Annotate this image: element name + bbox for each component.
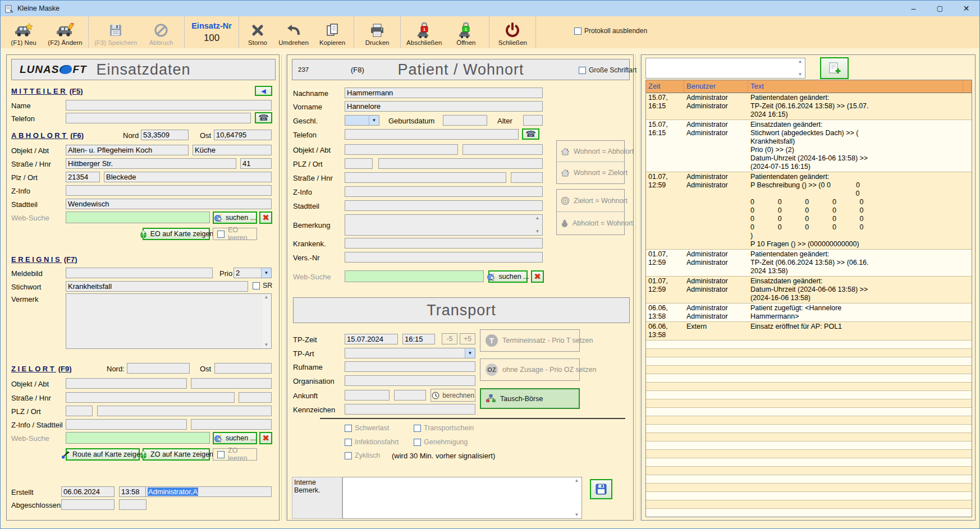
zielort-clear-button[interactable]: ✖ [259, 432, 272, 444]
erstellt-zeit-field[interactable]: 13:58 [119, 486, 146, 497]
kennzeichen-field[interactable] [345, 404, 475, 415]
table-row-empty[interactable] [646, 467, 972, 475]
table-row-empty[interactable] [646, 500, 972, 509]
zo-karte-button[interactable]: ZO auf Karte zeigen [143, 448, 210, 461]
panel-splitter[interactable] [635, 54, 640, 521]
scrollbar[interactable]: ▲▼ [262, 295, 271, 348]
abgeschlossen-zeit-field[interactable] [119, 499, 146, 510]
table-row-empty[interactable] [646, 416, 972, 425]
table-row-empty[interactable] [646, 450, 972, 458]
table-row[interactable]: 01.07, 12:59Administrator AdministratorP… [646, 250, 972, 277]
mitteiler-telefon-field[interactable] [66, 113, 251, 123]
patient-stadtteil-field[interactable] [345, 200, 543, 211]
patient-hnr-field[interactable] [511, 172, 543, 183]
scrollbar[interactable]: ▲▼ [796, 59, 804, 77]
drucken-button[interactable]: Drucken [356, 16, 398, 48]
abholort-zinfo-field[interactable] [66, 185, 272, 196]
zyklisch-checkbox[interactable]: Zyklisch [345, 452, 380, 459]
zielort-websuche-field[interactable] [66, 432, 210, 444]
wohnort-zielort-button[interactable]: Wohnort = Zielort [557, 162, 624, 183]
abholort-websuche-field[interactable] [66, 211, 210, 223]
table-row-empty[interactable] [646, 341, 972, 349]
abholort-suchen-button[interactable]: suchen ... [213, 211, 257, 224]
abholort-ort-field[interactable]: Bleckede [104, 172, 272, 182]
tpart-combo[interactable]: ▼ [345, 348, 475, 358]
table-row-empty[interactable] [646, 399, 972, 408]
protokoll-note-input[interactable]: ▲▼ [645, 58, 805, 79]
abholort-strasse-field[interactable]: Hittberger Str. [66, 158, 236, 169]
zielort-strasse-field[interactable] [66, 392, 235, 403]
sr-checkbox[interactable]: SR [253, 282, 272, 289]
abholort-wohnort-button[interactable]: Abholort = Wohnort [557, 212, 624, 234]
termineinsatz-button[interactable]: T Termineinsatz - Prio T setzen [480, 329, 580, 352]
table-row-empty[interactable] [646, 357, 972, 366]
prio-combo[interactable]: 2 ▼ [233, 268, 272, 278]
speichern-button[interactable]: (F3) Speichern [91, 16, 140, 48]
berechnen-button[interactable]: berechnen [431, 389, 475, 402]
patient-suchen-button[interactable]: suchen ... [488, 270, 528, 283]
umdrehen-button[interactable]: Umdrehen [274, 16, 313, 48]
scrollbar[interactable]: ▲▼ [533, 215, 542, 234]
zielort-ost-field[interactable] [214, 363, 272, 374]
table-row-empty[interactable] [646, 509, 972, 517]
dial-button[interactable]: ☎ [255, 112, 272, 123]
table-row-empty[interactable] [646, 433, 972, 441]
neu-button[interactable]: (F1) Neu [3, 16, 44, 48]
table-row-empty[interactable] [646, 484, 972, 492]
meldebild-field[interactable] [66, 268, 213, 278]
table-row-empty[interactable] [646, 475, 972, 484]
back-button[interactable]: ◀ [255, 86, 272, 96]
tausch-boerse-button[interactable]: Tausch-Börse [480, 388, 580, 409]
plus5-button[interactable]: +5 [460, 333, 475, 344]
eo-leeren-checkbox[interactable]: EO leeren [213, 228, 257, 240]
organisation-field[interactable] [345, 375, 475, 386]
bemerkung-textarea[interactable]: ▲▼ [345, 214, 543, 236]
ohne-zusage-button[interactable]: OZ ohne Zusage - Prio OZ setzen [480, 358, 580, 381]
zo-leeren-checkbox[interactable]: ZO leeren [213, 448, 257, 461]
mitteiler-name-field[interactable] [66, 100, 272, 111]
patient-abt-field[interactable] [462, 144, 543, 155]
abholort-abt-field[interactable]: Küche [193, 145, 272, 155]
eo-karte-button[interactable]: EO auf Karte zeigen [143, 228, 210, 240]
scrollbar[interactable]: ▲▼ [573, 478, 581, 518]
vorname-field[interactable]: Hannelore [345, 101, 543, 112]
abholort-hnr-field[interactable]: 41 [240, 158, 272, 169]
column-header-benutzer[interactable]: Benutzer [684, 80, 748, 93]
genehmigung-checkbox[interactable]: Genehmigung [414, 438, 468, 446]
stichwort-field[interactable]: Krankheitsfall [66, 281, 248, 292]
minus5-button[interactable]: -5 [442, 333, 457, 344]
dial-button[interactable]: ☎ [522, 128, 539, 140]
zielort-ort-field[interactable] [97, 406, 272, 416]
table-row[interactable]: 06.06, 13:58Administrator AdministratorP… [646, 303, 972, 322]
patient-plz-field[interactable] [345, 158, 373, 169]
vermerk-textarea[interactable]: ▲▼ [66, 293, 272, 349]
tp-datum-field[interactable]: 15.07.2024 [345, 334, 398, 344]
abschliessen-button[interactable]: 1 Abschließen [403, 16, 445, 48]
patient-zinfo-field[interactable] [345, 186, 543, 197]
table-row[interactable]: 01.07, 12:59Administrator AdministratorE… [646, 277, 972, 303]
schliessen-button[interactable]: Schließen [492, 16, 533, 48]
wohnort-abholort-button[interactable]: Wohnort = Abholort [557, 141, 624, 162]
table-row-empty[interactable] [646, 349, 972, 357]
table-row-empty[interactable] [646, 408, 972, 416]
table-row[interactable]: 01.07, 12:59Administrator AdministratorP… [646, 172, 972, 250]
table-row-empty[interactable] [646, 492, 972, 500]
grosse-schriftart-checkbox[interactable]: Große Schriftart [579, 66, 636, 74]
schwerlast-checkbox[interactable]: Schwerlast [345, 424, 389, 432]
geschl-combo[interactable]: ▼ [345, 115, 379, 126]
zielort-zinfo-field[interactable] [66, 419, 187, 430]
zielort-nord-field[interactable] [127, 363, 190, 374]
column-header-zeit[interactable]: Zeit [646, 80, 684, 93]
geburtsdatum-field[interactable] [443, 115, 487, 126]
erstellt-datum-field[interactable]: 06.06.2024 [61, 486, 115, 497]
table-row-empty[interactable] [646, 366, 972, 374]
ankunft-zeit-field[interactable] [394, 390, 426, 401]
zielort-suchen-button[interactable]: suchen ... [213, 432, 257, 444]
storno-button[interactable]: Storno [241, 16, 274, 48]
zielort-plz-field[interactable] [66, 406, 93, 416]
oeffnen-button[interactable]: 1 Öffnen [445, 16, 487, 48]
minimize-button[interactable]: – [900, 1, 927, 16]
alter-field[interactable] [523, 115, 543, 126]
table-row[interactable]: 15.07, 16:15Administrator AdministratorP… [646, 93, 972, 120]
table-row-empty[interactable] [646, 441, 972, 450]
